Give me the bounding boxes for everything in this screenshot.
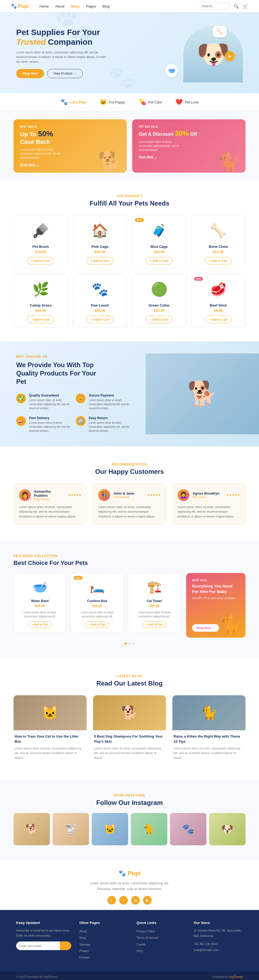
footer-quick-credits[interactable]: Credits bbox=[136, 941, 185, 948]
navigation: 🐾 Pupi Home About Shop Pages Blog 🔍 🛒 bbox=[0, 0, 259, 13]
footer-logo[interactable]: 🐾 Pupi bbox=[118, 870, 141, 877]
footer-link-shop[interactable]: Shop bbox=[79, 934, 128, 941]
nav-home[interactable]: Home bbox=[39, 4, 49, 8]
product-4-price: $15.00 bbox=[18, 309, 63, 312]
footer-link-contact[interactable]: Contact bbox=[79, 954, 128, 961]
quick-col-title: Quick Links bbox=[136, 921, 185, 925]
product-6-cart-button[interactable]: + Add to Cart bbox=[145, 316, 173, 323]
blog-card-2[interactable]: 🐈 Raise a Kitten the Right Way with Thes… bbox=[173, 695, 246, 764]
nav-links: Home About Shop Pages Blog bbox=[39, 4, 197, 8]
product-2-name: Blue Cage bbox=[136, 245, 182, 249]
footer-link-about[interactable]: About bbox=[79, 928, 128, 934]
blog-card-1[interactable]: 🐕 5 Best Dog Shampoos For Soothing Your … bbox=[93, 695, 166, 764]
promo-2-link[interactable]: Shop Now → bbox=[139, 155, 157, 158]
product-3-cart-button[interactable]: + Add to Cart bbox=[205, 257, 232, 264]
footer-link-sitemap[interactable]: Sitemap bbox=[79, 941, 128, 948]
nav-pages[interactable]: Pages bbox=[86, 4, 96, 8]
footer-link-privacy[interactable]: Privacy bbox=[79, 948, 128, 954]
featured-label: Featured Collection bbox=[13, 554, 246, 558]
featured-0-cart-button[interactable]: + Add to Cart bbox=[28, 621, 52, 628]
product-7-cart-button[interactable]: + Add to Cart bbox=[205, 316, 232, 323]
insta-item-0[interactable]: 🐕 bbox=[13, 813, 50, 845]
product-5-cart-button[interactable]: + Add to Cart bbox=[86, 316, 114, 323]
promo-section: Best Deals Up To 50% Case Back Lorem ips… bbox=[0, 111, 259, 181]
puppy-icon: 🐱 bbox=[99, 99, 107, 106]
powered-link[interactable]: JegTheme bbox=[229, 975, 243, 978]
insta-item-1[interactable]: 🐩 bbox=[53, 813, 89, 845]
testimonial-card-1: 👫 John & Jane Cat Owners ★★★★★ Lorem ips… bbox=[93, 484, 166, 525]
insta-item-5[interactable]: 🐶 bbox=[209, 813, 246, 845]
nav-blog[interactable]: Blog bbox=[102, 4, 110, 8]
nav-about[interactable]: About bbox=[55, 4, 64, 8]
product-1-name: Pink Cage bbox=[77, 245, 123, 249]
testimonial-1-role: Cat Owners bbox=[114, 495, 134, 499]
nav-shop[interactable]: Shop bbox=[71, 4, 80, 8]
blog-1-title: 5 Best Dog Shampoos For Soothing Your Pu… bbox=[94, 734, 165, 744]
blog-section: Latest Blog Read Our Latest Blog 🐱 How t… bbox=[0, 658, 259, 780]
promo-2-title: Get A Discount 30% Off bbox=[139, 129, 239, 138]
featured-2-desc: Lorem ipsum dolor sit amet consectetur a… bbox=[133, 611, 176, 619]
insta-item-2[interactable]: 🐱 bbox=[92, 813, 128, 845]
product-7-badge: Sale bbox=[194, 277, 203, 281]
dot-3[interactable] bbox=[132, 643, 134, 644]
insta-item-4[interactable]: 🐾 bbox=[170, 813, 206, 845]
promo-1-link[interactable]: Order Now → bbox=[20, 163, 39, 166]
footer-brand-area: 🐾 Pupi Lorem ipsum dolor sit amet, conse… bbox=[0, 859, 259, 910]
category-love[interactable]: ❤️ Pet Love bbox=[175, 99, 198, 106]
store-email: pupi@domain.com bbox=[194, 947, 243, 953]
newsletter-email-input[interactable] bbox=[16, 942, 60, 950]
product-2-cart-button[interactable]: + Add to Cart bbox=[145, 257, 173, 264]
hero-title: Pet Supplies For Your Trusted Companion bbox=[16, 27, 108, 47]
social-instagram[interactable]: in bbox=[131, 896, 140, 905]
product-1-cart-button[interactable]: + Add to Cart bbox=[86, 257, 114, 264]
product-0-cart-button[interactable]: + Add to Cart bbox=[27, 257, 54, 264]
search-icon[interactable]: 🔍 bbox=[233, 4, 239, 9]
hero-desc: Lorem ipsum dolor sit amet, consectetur … bbox=[16, 50, 108, 64]
why-subtitle: Why Choose Us bbox=[16, 355, 130, 358]
blog-card-0[interactable]: 🐱 How to Train Your Cat to Use the Litte… bbox=[13, 695, 86, 764]
footer-paw-icon: 🐾 bbox=[118, 870, 126, 877]
social-youtube[interactable]: ▶ bbox=[143, 896, 152, 905]
hero-section: 🐾 🐾 Pet Supplies For Your Trusted Compan… bbox=[0, 13, 259, 93]
social-twitter[interactable]: t bbox=[119, 896, 128, 905]
shop-now-button[interactable]: Shop Now bbox=[16, 69, 44, 78]
featured-1-cart-button[interactable]: + Add to Cart bbox=[85, 621, 109, 628]
featured-banner-btn[interactable]: Shop Now → bbox=[192, 624, 219, 632]
footer-pages-col: Other Pages About Shop Sitemap Privacy C… bbox=[79, 921, 128, 961]
nav-logo[interactable]: 🐾 Pupi bbox=[11, 3, 29, 9]
care-icon: 💊 bbox=[139, 99, 146, 106]
dot-2[interactable] bbox=[128, 643, 131, 644]
search-input[interactable] bbox=[197, 3, 230, 10]
promo-1-title: Up To 50% Case Back bbox=[20, 129, 120, 145]
footer-quick-faq[interactable]: FAQ bbox=[136, 948, 185, 954]
dot-1[interactable] bbox=[125, 643, 127, 644]
featured-dots bbox=[13, 643, 246, 644]
featured-card-1: New 🛏️ Cushion Bed $26.00 Lorem ipsum do… bbox=[71, 573, 123, 633]
featured-banner-desc: Get 20% off on your every purchase bbox=[192, 596, 240, 600]
delivery-desc: Lorem ipsum dolor sit amet, consectetur … bbox=[29, 421, 70, 433]
hero-play-button[interactable]: ▶ bbox=[225, 51, 235, 61]
featured-2-cart-button[interactable]: + Add to Cart bbox=[142, 621, 166, 628]
secure-title: Secure Payment bbox=[89, 394, 130, 397]
featured-banner-label: Best Deal bbox=[192, 579, 240, 582]
category-care[interactable]: 💊 Pet Care bbox=[139, 99, 162, 106]
insta-item-3[interactable]: 🐈 bbox=[131, 813, 167, 845]
category-puppy[interactable]: 🐱 Fur Puppy bbox=[99, 99, 125, 106]
social-facebook[interactable]: f bbox=[107, 896, 116, 905]
testimonial-2-avatar: 👩‍🦱 bbox=[177, 489, 189, 501]
powered-by: Powered by JegTheme bbox=[212, 975, 243, 978]
footer-quick-terms[interactable]: Terms of Service bbox=[136, 934, 185, 941]
testimonial-2-stars: ★★★★★ bbox=[226, 493, 240, 497]
view-product-button[interactable]: View Product → bbox=[47, 69, 83, 78]
product-4-cart-button[interactable]: + Add to Cart bbox=[27, 316, 54, 323]
newsletter-submit-button[interactable]: → bbox=[60, 942, 71, 950]
cart-icon[interactable]: 🛒 bbox=[243, 4, 248, 9]
category-play[interactable]: 🐾 Let's Play bbox=[61, 99, 86, 106]
testimonials-grid: 👩 Samantha Puddins Dog Owner ★★★★★ Lorem… bbox=[13, 484, 246, 525]
footer-quick-privacy[interactable]: Privacy Policy bbox=[136, 928, 185, 934]
love-icon: ❤️ bbox=[175, 99, 183, 106]
product-card-5: 🐾 Paw Leash $25.00 + Add to Cart bbox=[73, 274, 127, 328]
featured-2-price: $50.00 bbox=[133, 604, 176, 608]
why-feature-0: ✅ Quality Guaranteed Lorem ipsum dolor s… bbox=[16, 394, 70, 410]
promo-1-desc: Lorem ipsum dolor sit amet, consectetur … bbox=[20, 148, 63, 160]
